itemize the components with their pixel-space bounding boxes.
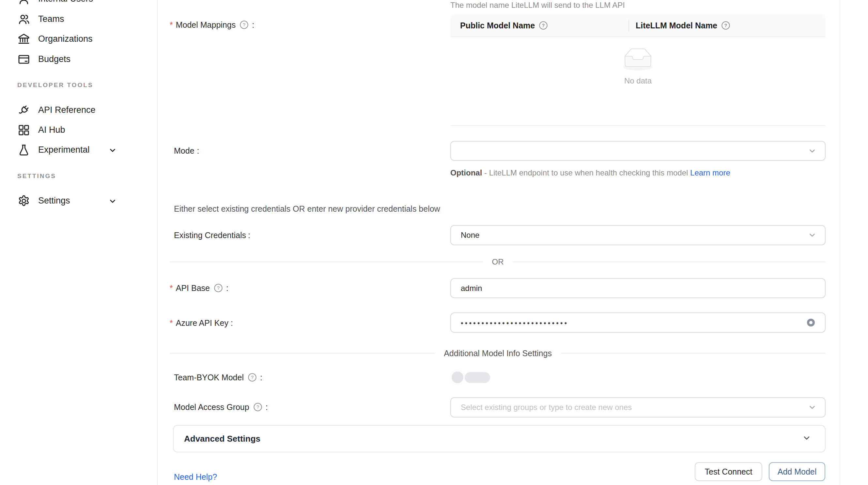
- column-header-litellm-model-name: LiteLLM Model Name ?: [628, 14, 826, 36]
- empty-state-text: No data: [624, 76, 652, 86]
- sidebar-item-label: Internal Users: [38, 0, 93, 4]
- mode-select[interactable]: [450, 141, 826, 161]
- sidebar-item-api-reference[interactable]: API Reference: [0, 100, 157, 120]
- help-circle-icon[interactable]: ?: [240, 20, 249, 29]
- table-empty-body: No data: [450, 37, 826, 126]
- empty-state: No data: [450, 48, 826, 86]
- table-header-row: Public Model Name ? LiteLLM Model Name ?: [450, 14, 826, 37]
- chevron-down-icon: [108, 197, 117, 208]
- svg-text:?: ?: [542, 23, 545, 28]
- sidebar-item-label: Budgets: [38, 54, 70, 64]
- sidebar-item-settings[interactable]: Settings: [0, 191, 157, 211]
- learn-more-link[interactable]: Learn more: [690, 168, 730, 177]
- chevron-down-icon: [808, 403, 816, 414]
- sidebar-item-label: Teams: [38, 14, 64, 24]
- bank-icon: [17, 33, 30, 46]
- users-icon: [17, 13, 30, 26]
- sidebar-item-label: AI Hub: [38, 125, 65, 135]
- required-asterisk: *: [170, 284, 173, 293]
- sidebar-item-organizations[interactable]: Organizations: [0, 29, 157, 49]
- sidebar: Internal Users Teams Organizations Budge…: [0, 0, 158, 485]
- api-base-input[interactable]: admin: [450, 278, 826, 298]
- add-model-form: The model name LiteLLM will send to the …: [158, 0, 868, 485]
- help-circle-icon[interactable]: ?: [539, 21, 548, 30]
- model-mappings-label: * Model Mappings ? :: [170, 18, 254, 32]
- sidebar-item-label: Settings: [38, 196, 70, 206]
- svg-text:?: ?: [217, 285, 220, 291]
- gear-icon: [17, 194, 30, 207]
- additional-info-divider: Additional Model Info Settings: [170, 346, 826, 360]
- toggle-track: [465, 372, 490, 383]
- sidebar-item-budgets[interactable]: Budgets: [0, 49, 157, 69]
- sidebar-item-label: Organizations: [38, 34, 93, 44]
- credentials-note: Either select existing credentials OR en…: [174, 204, 440, 214]
- azure-api-key-label: * Azure API Key :: [170, 316, 233, 330]
- svg-text:?: ?: [256, 405, 259, 410]
- team-byok-toggle[interactable]: [450, 370, 490, 385]
- model-access-group-select[interactable]: Select existing groups or type to create…: [450, 397, 826, 418]
- model-name-hint: The model name LiteLLM will send to the …: [450, 1, 625, 10]
- content-right-border: [840, 0, 840, 485]
- chevron-down-icon: [808, 231, 816, 241]
- need-help-link[interactable]: Need Help?: [174, 472, 217, 482]
- model-access-group-label: Model Access Group ? :: [174, 400, 268, 414]
- help-circle-icon[interactable]: ?: [214, 284, 223, 293]
- team-byok-label: Team-BYOK Model ? :: [174, 370, 262, 384]
- flask-icon: [17, 143, 30, 157]
- plug-icon: [17, 104, 30, 117]
- sidebar-section-developer-tools: DEVELOPER TOOLS: [17, 82, 93, 89]
- existing-credentials-label: Existing Credentials :: [174, 228, 250, 242]
- column-header-public-model-name: Public Model Name ?: [450, 14, 628, 36]
- toggle-knob: [450, 370, 465, 385]
- sidebar-item-label: API Reference: [38, 105, 96, 115]
- sidebar-section-settings: SETTINGS: [17, 172, 56, 180]
- help-circle-icon[interactable]: ?: [248, 373, 257, 382]
- svg-text:?: ?: [243, 22, 245, 27]
- svg-text:?: ?: [251, 375, 253, 380]
- sidebar-item-experimental[interactable]: Experimental: [0, 140, 157, 160]
- required-asterisk: *: [170, 318, 173, 328]
- help-circle-icon[interactable]: ?: [721, 21, 730, 30]
- mode-help-text: Optional - LiteLLM endpoint to use when …: [450, 166, 760, 180]
- api-base-label: * API Base ? :: [170, 281, 228, 295]
- chevron-down-icon: [108, 146, 117, 157]
- litellm-admin-page: Internal Users Teams Organizations Budge…: [0, 0, 868, 485]
- existing-credentials-select[interactable]: None: [450, 225, 826, 245]
- add-model-button[interactable]: Add Model: [769, 462, 825, 481]
- sidebar-item-teams[interactable]: Teams: [0, 9, 157, 29]
- sidebar-item-ai-hub[interactable]: AI Hub: [0, 120, 157, 140]
- chevron-down-icon: [802, 433, 811, 444]
- required-asterisk: *: [170, 20, 173, 30]
- sidebar-item-label: Experimental: [38, 145, 90, 155]
- eye-icon[interactable]: [805, 316, 817, 329]
- test-connect-button[interactable]: Test Connect: [695, 462, 762, 481]
- chevron-down-icon: [808, 147, 816, 157]
- user-icon: [17, 0, 30, 5]
- select-placeholder: Select existing groups or type to create…: [461, 403, 632, 412]
- sidebar-item-internal-users[interactable]: Internal Users: [0, 0, 157, 9]
- masked-password-value: ••••••••••••••••••••••••••: [461, 319, 568, 327]
- help-circle-icon[interactable]: ?: [253, 402, 262, 412]
- svg-text:?: ?: [724, 23, 727, 28]
- or-divider: OR: [170, 255, 826, 269]
- grid-icon: [17, 124, 30, 137]
- model-mappings-table: Public Model Name ? LiteLLM Model Name ?: [450, 14, 826, 126]
- advanced-settings-panel[interactable]: Advanced Settings: [173, 425, 826, 452]
- credit-card-icon: [17, 53, 30, 66]
- advanced-settings-label: Advanced Settings: [184, 434, 260, 444]
- mode-label: Mode :: [174, 144, 199, 158]
- empty-inbox-icon: [620, 48, 656, 72]
- azure-api-key-input[interactable]: ••••••••••••••••••••••••••: [450, 313, 826, 333]
